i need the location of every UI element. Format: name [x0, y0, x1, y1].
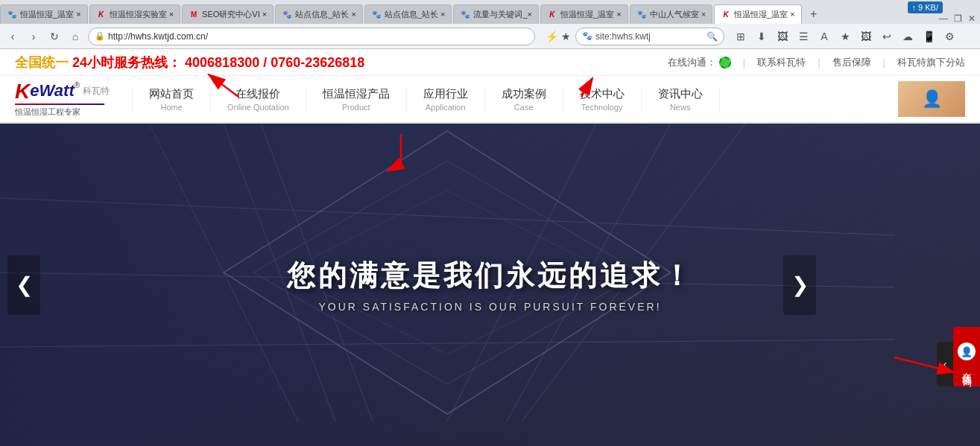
sidebar-toggle[interactable]: ‹: [937, 342, 953, 386]
nav-home-en: Home: [160, 103, 182, 112]
nav-product-cn: 恒温恒湿产品: [323, 87, 390, 101]
browser-controls: — ❐ ✕: [939, 13, 980, 24]
tab-title-7: 恒温恒湿_温室 ×: [560, 9, 622, 20]
tab-title-8: 中山人气候室 ×: [650, 9, 706, 20]
tab-favicon-4: 🐾: [282, 10, 292, 20]
star-icon[interactable]: ★: [836, 28, 854, 45]
nav-product[interactable]: 恒温恒湿产品 Product: [306, 87, 407, 112]
branch-link[interactable]: 科瓦特旗下分站: [897, 56, 965, 69]
nav-case-cn: 成功案例: [502, 87, 546, 101]
online-consult-button[interactable]: 👤 在线咨询: [953, 327, 980, 386]
grid-icon[interactable]: ⊞: [732, 28, 750, 45]
search-icon: 🔍: [706, 31, 718, 42]
nav-home[interactable]: 网站首页 Home: [132, 87, 211, 112]
nav-technology[interactable]: 技术中心 Technology: [563, 87, 642, 112]
address-input[interactable]: 🔒 http://hwhs.kwtjd.com.cn/: [88, 28, 535, 45]
separator-1: |: [743, 57, 745, 68]
hotline-number: 4006818300 / 0760-23626818: [185, 55, 364, 70]
online-indicator: [719, 57, 731, 69]
tab-7[interactable]: K 恒温恒湿_温室 ×: [540, 4, 628, 24]
tab-title-9: 恒温恒湿_温室 ×: [734, 9, 795, 20]
nav-news[interactable]: 资讯中心 News: [642, 87, 720, 112]
cloud-icon[interactable]: ☁: [899, 28, 917, 45]
search-bar[interactable]: 🐾 site:hwhs.kwtj 🔍: [575, 28, 724, 45]
bookmark-icon[interactable]: ★: [561, 31, 571, 42]
options-icon[interactable]: ⚙: [941, 28, 958, 45]
address-right-icons: ⚡ ★: [546, 31, 571, 42]
tab-8[interactable]: 🐾 中山人气候室 ×: [630, 4, 712, 24]
logo-cn-text: 科瓦特: [83, 85, 110, 98]
tab-5[interactable]: 🐾 站点信息_站长 ×: [364, 4, 452, 24]
logo-brand: eWatt: [30, 81, 75, 101]
new-tab-button[interactable]: +: [803, 4, 824, 24]
separator-3: |: [883, 57, 885, 68]
hero-next-button[interactable]: ❯: [783, 255, 816, 315]
contact-link[interactable]: 联系科瓦特: [757, 56, 806, 69]
nav-news-cn: 资讯中心: [658, 87, 703, 101]
online-consult-sidebar: ‹ 👤 在线咨询: [937, 327, 980, 386]
refresh-icon[interactable]: ⚡: [546, 31, 558, 42]
menu-icon[interactable]: ☰: [794, 28, 812, 45]
headset-icon: 👤: [961, 346, 973, 357]
tab-favicon-6: 🐾: [460, 10, 470, 20]
nav-technology-en: Technology: [581, 103, 623, 112]
tab-favicon-7: K: [547, 10, 557, 20]
hero-prev-button[interactable]: ❮: [7, 255, 40, 315]
header-avatar-area: 👤: [898, 81, 965, 117]
close-button[interactable]: ✕: [968, 13, 976, 24]
online-badge[interactable]: 在线沟通：: [668, 56, 731, 69]
tab-favicon-5: 🐾: [371, 10, 382, 20]
tab-title-4: 站点信息_站长 ×: [295, 9, 356, 20]
hotline-prefix: 全国统一: [15, 55, 69, 70]
tab-title-6: 流量与关键词_×: [473, 9, 532, 20]
nav-quotation[interactable]: 在线报价 Online Quotation: [211, 87, 306, 112]
reload-button[interactable]: ↻: [46, 28, 63, 45]
tab-3[interactable]: M SEO研究中心VI ×: [182, 4, 274, 24]
minimize-button[interactable]: —: [939, 13, 948, 24]
nav-technology-cn: 技术中心: [580, 87, 625, 101]
forward-button[interactable]: ›: [25, 28, 42, 45]
tab-4[interactable]: 🐾 站点信息_站长 ×: [275, 4, 363, 24]
consult-circle-icon: 👤: [958, 343, 976, 360]
consult-label: 在线咨询: [960, 365, 973, 371]
logo-trademark: ®: [75, 81, 80, 89]
photo-icon[interactable]: 🖼: [774, 28, 791, 45]
tab-1[interactable]: 🐾 恒温恒湿_温室 ×: [0, 4, 88, 24]
tab-9[interactable]: K 恒温恒湿_温室 ×: [714, 4, 802, 24]
download-icon[interactable]: ⬇: [753, 28, 771, 45]
browser-chrome: 🐾 恒温恒湿_温室 × K 恒温恒湿实验室 × M SEO研究中心VI × 🐾 …: [0, 0, 980, 49]
undo-icon[interactable]: ↩: [878, 28, 896, 45]
tab-favicon-9: K: [721, 10, 731, 20]
header-avatar: 👤: [898, 81, 965, 117]
tab-2[interactable]: K 恒温恒湿实验室 ×: [89, 4, 180, 24]
nav-case[interactable]: 成功案例 Case: [485, 87, 563, 112]
phone-icon[interactable]: 📱: [920, 28, 938, 45]
hotline: 全国统一 24小时服务热线： 4006818300 / 0760-2362681…: [15, 54, 364, 71]
page-content: 全国统一 24小时服务热线： 4006818300 / 0760-2362681…: [0, 49, 980, 446]
after-sales-link[interactable]: 售后保障: [832, 56, 871, 69]
nav-application-cn: 应用行业: [423, 87, 468, 101]
font-icon[interactable]: A: [815, 28, 833, 45]
nav-product-en: Product: [342, 103, 370, 112]
nav-quotation-en: Online Quotation: [227, 103, 289, 112]
logo-image: K eWatt ® 科瓦特: [15, 81, 110, 102]
tab-title-5: 站点信息_站长 ×: [385, 9, 446, 20]
tab-favicon-1: 🐾: [7, 10, 17, 20]
back-button[interactable]: ‹: [4, 28, 21, 45]
nav-news-en: News: [670, 103, 691, 112]
logo-k: K: [15, 81, 30, 102]
online-label: 在线沟通：: [668, 56, 716, 69]
toolbar-icons: ⊞ ⬇ 🖼 ☰ A ★ 🖼 ↩ ☁ 📱 ⚙: [732, 28, 958, 45]
search-text: site:hwhs.kwtj: [595, 31, 651, 42]
logo-subtitle: 恒温恒湿工程专家: [15, 106, 110, 118]
restore-button[interactable]: ❐: [954, 13, 962, 24]
tab-favicon-3: M: [189, 10, 199, 20]
home-button[interactable]: ⌂: [67, 28, 83, 45]
image-icon[interactable]: 🖼: [857, 28, 875, 45]
nav-application-en: Application: [426, 103, 466, 112]
tab-title-1: 恒温恒湿_温室 ×: [20, 9, 81, 20]
address-bar: ‹ › ↻ ⌂ 🔒 http://hwhs.kwtjd.com.cn/ ⚡ ★ …: [0, 24, 980, 49]
tab-6[interactable]: 🐾 流量与关键词_×: [453, 4, 539, 24]
hotline-highlight: 24小时服务热线：: [72, 55, 181, 70]
nav-application[interactable]: 应用行业 Application: [407, 87, 485, 112]
